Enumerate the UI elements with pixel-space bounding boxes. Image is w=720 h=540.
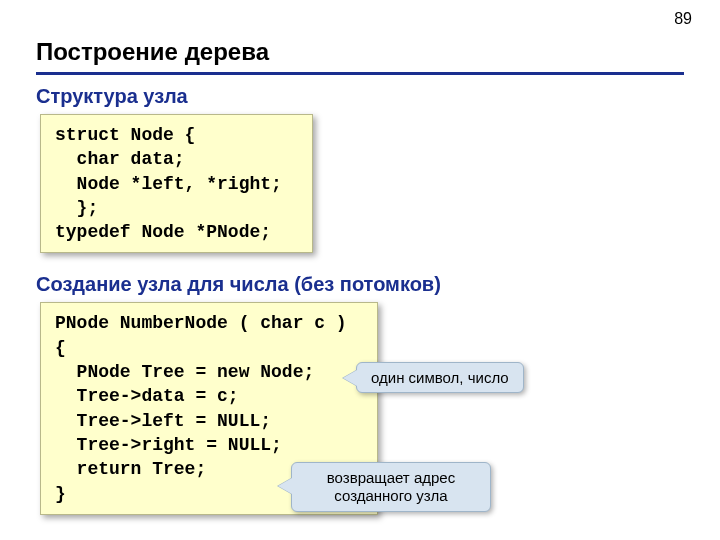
code2-wrapper: PNode NumberNode ( char c ) { PNode Tree… xyxy=(36,302,378,526)
section1-heading: Структура узла xyxy=(36,85,684,108)
callout-text: возвращает адрес созданного узла xyxy=(327,469,455,504)
slide-title: Построение дерева xyxy=(36,38,684,66)
section2-heading: Создание узла для числа (без потомков) xyxy=(36,273,684,296)
code-text: struct Node { char data; Node *left, *ri… xyxy=(55,123,282,244)
callout-return-address: возвращает адрес созданного узла xyxy=(291,462,491,512)
slide: 89 Построение дерева Структура узла stru… xyxy=(0,0,720,540)
code-block-struct: struct Node { char data; Node *left, *ri… xyxy=(40,114,313,253)
callout-text: один символ, число xyxy=(371,369,509,386)
title-rule xyxy=(36,72,684,75)
page-number: 89 xyxy=(674,10,692,28)
callout-char-number: один символ, число xyxy=(356,362,524,393)
